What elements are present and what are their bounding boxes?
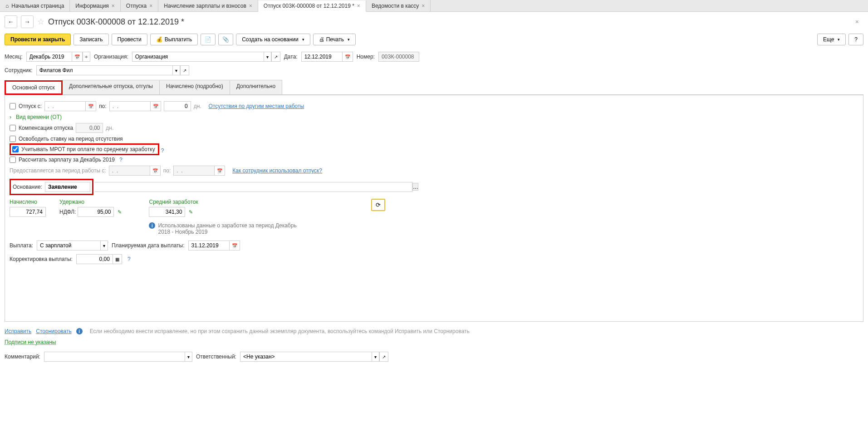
avg-value[interactable] — [149, 207, 185, 217]
calendar-icon[interactable]: 📅 — [229, 241, 240, 250]
calc-salary-checkbox[interactable] — [10, 157, 16, 163]
reverse-link[interactable]: Сторнировать — [36, 328, 71, 334]
payment-label: Выплата: — [10, 242, 33, 249]
help-button[interactable]: ? — [848, 34, 863, 45]
post-close-button[interactable]: Провести и закрыть — [5, 34, 71, 45]
comment-row: Комментарий: ▾ Ответственный: ▾ ↗ — [5, 350, 863, 363]
fix-link[interactable]: Исправить — [5, 328, 31, 334]
tab-label: Начисление зарплаты и взносов — [164, 3, 246, 9]
document-icon-button[interactable]: 📄 — [201, 34, 216, 45]
employee-input[interactable] — [36, 65, 172, 75]
tab-vacations[interactable]: Отпуска× — [121, 0, 158, 11]
accrued-value[interactable] — [10, 207, 46, 217]
open-icon[interactable]: ↗ — [271, 52, 280, 62]
payment-select[interactable] — [37, 241, 100, 250]
nav-forward-button[interactable]: → — [21, 15, 34, 28]
open-icon[interactable]: ↗ — [379, 352, 388, 362]
calendar-icon[interactable]: 📅 — [342, 52, 353, 62]
pay-button[interactable]: 💰Выплатить — [150, 34, 198, 45]
calc-icon[interactable]: ▦ — [113, 254, 122, 264]
absence-link[interactable]: Отсутствия по другим местам работы — [209, 103, 304, 109]
sub-tab-additional[interactable]: Дополнительные отпуска, отгулы — [62, 80, 160, 94]
help-icon[interactable]: ? — [128, 256, 131, 262]
number-input — [378, 52, 419, 62]
mrot-label: Учитывать МРОТ при оплате по среднему за… — [21, 146, 155, 152]
calendar-icon[interactable]: 📅 — [150, 166, 161, 176]
print-button[interactable]: 🖨Печать — [313, 34, 356, 45]
calendar-icon[interactable]: 📅 — [150, 101, 161, 111]
sub-tab-main[interactable]: Основной отпуск — [5, 80, 63, 95]
ndfl-value[interactable] — [78, 207, 114, 217]
more-button[interactable]: Еще — [817, 34, 846, 45]
help-icon[interactable]: ? — [119, 157, 123, 163]
correction-label: Корректировка выплаты: — [10, 256, 73, 262]
mrot-checkbox[interactable] — [12, 146, 19, 152]
comment-input[interactable] — [44, 352, 185, 362]
comp-unit: дн. — [106, 125, 113, 131]
favorite-icon[interactable]: ☆ — [37, 17, 44, 27]
tab-home[interactable]: ⌂Начальная страница — [0, 0, 70, 11]
responsible-label: Ответственный: — [196, 354, 236, 360]
compensation-checkbox[interactable] — [10, 125, 16, 131]
vacation-to-input[interactable] — [109, 101, 150, 111]
attachment-button[interactable]: 📎 — [218, 34, 233, 45]
compensation-row: Компенсация отпуска дн. — [10, 122, 858, 134]
pencil-icon[interactable]: ✎ — [118, 209, 122, 215]
tab-label: Отпуска — [126, 3, 147, 9]
close-icon[interactable]: × — [422, 3, 425, 9]
help-icon[interactable]: ? — [161, 147, 164, 154]
stepper-icon[interactable]: ÷ — [83, 52, 91, 62]
tab-info[interactable]: Информация× — [70, 0, 121, 11]
nav-back-button[interactable]: ← — [5, 15, 17, 28]
sub-tab-extra[interactable]: Дополнительно — [230, 80, 282, 94]
period-to-input — [173, 166, 214, 176]
calendar-icon[interactable]: 📅 — [214, 166, 225, 176]
close-page-button[interactable]: × — [855, 18, 863, 25]
save-button[interactable]: Записать — [74, 34, 108, 45]
planned-date-input[interactable] — [188, 241, 229, 250]
tab-payrolls-cash[interactable]: Ведомости в кассу× — [366, 0, 431, 11]
free-rate-checkbox[interactable] — [10, 136, 16, 142]
post-button[interactable]: Провести — [112, 34, 147, 45]
basis-ext-input[interactable] — [95, 182, 412, 192]
date-input[interactable] — [301, 52, 342, 62]
usage-link[interactable]: Как сотрудник использовал отпуск? — [232, 167, 322, 174]
close-icon[interactable]: × — [149, 3, 152, 9]
signatures-link[interactable]: Подписи не указаны — [5, 339, 56, 345]
dropdown-icon[interactable]: ▾ — [372, 352, 379, 362]
vacation-from-input[interactable] — [44, 101, 85, 111]
mrot-row: Учитывать МРОТ при оплате по среднему за… — [10, 143, 159, 155]
org-input[interactable] — [132, 52, 264, 62]
close-icon[interactable]: × — [112, 3, 115, 9]
basis-input[interactable] — [45, 182, 90, 192]
create-based-button[interactable]: Создать на основании — [236, 34, 310, 45]
dropdown-icon[interactable]: ▾ — [100, 241, 108, 250]
time-type-row[interactable]: › Вид времени (ОТ) — [10, 113, 858, 122]
close-icon[interactable]: × — [357, 3, 360, 9]
sub-tab-accrued[interactable]: Начислено (подробно) — [159, 80, 230, 94]
vacation-to-label: по: — [99, 103, 107, 109]
vacation-checkbox[interactable] — [10, 103, 16, 109]
correction-input[interactable] — [76, 254, 113, 264]
tab-current-doc[interactable]: Отпуск 00ЗК-000008 от 12.12.2019 *× — [258, 0, 366, 12]
calendar-icon[interactable]: 📅 — [85, 101, 96, 111]
open-icon[interactable]: ↗ — [180, 65, 189, 75]
dropdown-icon[interactable]: ▾ — [264, 52, 271, 62]
tab-payroll[interactable]: Начисление зарплаты и взносов× — [158, 0, 258, 11]
dropdown-icon[interactable]: ▾ — [172, 65, 180, 75]
vacation-days-input[interactable] — [164, 101, 191, 111]
calc-section: Начислено Удержано НДФЛ: ✎ Средний зараб… — [10, 195, 858, 239]
basis-more-button[interactable]: ... — [412, 183, 418, 191]
responsible-input[interactable] — [240, 352, 372, 362]
calendar-icon[interactable]: 📅 — [72, 52, 83, 62]
time-type-link[interactable]: Вид времени (ОТ) — [16, 114, 62, 120]
close-icon[interactable]: × — [249, 3, 252, 9]
month-label: Месяц: — [5, 54, 23, 60]
info-icon: i — [76, 328, 83, 334]
month-input[interactable] — [26, 52, 72, 62]
pencil-icon[interactable]: ✎ — [189, 209, 193, 215]
dropdown-icon[interactable]: ▾ — [185, 352, 192, 362]
calc-salary-row: Рассчитать зарплату за Декабрь 2019 ? — [10, 155, 858, 164]
ndfl-label: НДФЛ: — [59, 209, 76, 215]
refresh-button[interactable]: ⟳ — [371, 199, 385, 211]
